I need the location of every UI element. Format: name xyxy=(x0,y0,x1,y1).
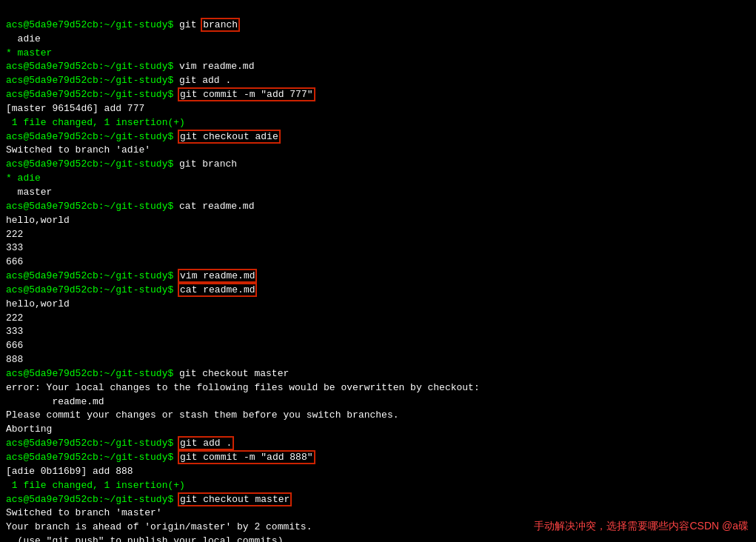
cmd-branch-1: branch xyxy=(202,19,238,30)
annotation-csdn: CSDN @a碟 xyxy=(689,520,749,532)
annotation-chinese: 手动解决冲突，选择需要哪些内容 xyxy=(534,520,689,532)
annotation-text: 手动解决冲突，选择需要哪些内容CSDN @a碟 xyxy=(534,520,749,533)
cmd-checkout-master: git checkout master xyxy=(179,494,290,505)
prompt-4: acs@5da9e79d52cb:~/git-study$ xyxy=(6,89,173,100)
prompt-5: acs@5da9e79d52cb:~/git-study$ xyxy=(6,131,173,142)
stats-2: 1 file changed, 1 insertion(+) xyxy=(6,480,185,491)
stats-1: 1 file changed, 1 insertion(+) xyxy=(6,117,185,128)
prompt-13: acs@5da9e79d52cb:~/git-study$ xyxy=(6,494,173,505)
prompt-11: acs@5da9e79d52cb:~/git-study$ xyxy=(6,438,173,449)
prompt-7: acs@5da9e79d52cb:~/git-study$ xyxy=(6,201,173,212)
terminal: acs@5da9e79d52cb:~/git-study$ git branch… xyxy=(0,0,756,542)
prompt-9: acs@5da9e79d52cb:~/git-study$ xyxy=(6,284,173,295)
prompt-1: acs@5da9e79d52cb:~/git-study$ xyxy=(6,19,173,30)
cmd-commit-777: git commit -m "add 777" xyxy=(179,89,313,100)
current-branch-adie: * adie xyxy=(6,173,41,184)
cmd-add-dot: git add . xyxy=(179,438,233,449)
cmd-commit-888: git commit -m "add 888" xyxy=(179,452,313,463)
prompt-6: acs@5da9e79d52cb:~/git-study$ xyxy=(6,158,173,170)
prompt-2: acs@5da9e79d52cb:~/git-study$ xyxy=(6,61,173,72)
prompt-10: acs@5da9e79d52cb:~/git-study$ xyxy=(6,368,173,379)
prompt-8: acs@5da9e79d52cb:~/git-study$ xyxy=(6,270,173,281)
cmd-vim-readme: vim readme.md xyxy=(179,270,255,281)
prompt-3: acs@5da9e79d52cb:~/git-study$ xyxy=(6,75,173,86)
cmd-checkout-adie: git checkout adie xyxy=(179,131,279,142)
prompt-12: acs@5da9e79d52cb:~/git-study$ xyxy=(6,452,173,463)
cmd-cat-readme: cat readme.md xyxy=(179,284,255,295)
current-branch-master-1: * master xyxy=(6,47,52,58)
